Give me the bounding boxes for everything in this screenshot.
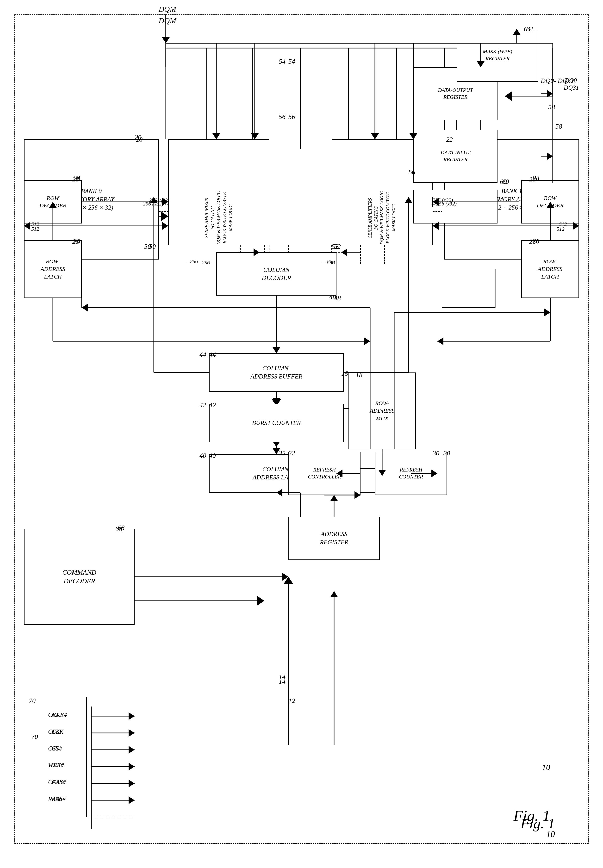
ref-26-left-label: 26 (73, 238, 80, 245)
mask-wpb-reg-block: MASK (WPB) REGISTER (457, 29, 538, 82)
dqm-label: DQM (159, 5, 176, 14)
mask-wpb-reg-label: MASK (WPB) REGISTER (483, 48, 512, 62)
ref-56a: 56 (288, 113, 295, 120)
dqm-top-label: DQM (159, 16, 176, 25)
row-addr-latch-left-block: ROW- ADDRESS LATCH (24, 240, 82, 298)
ref-52-label: 52 (334, 243, 341, 250)
row-addr-latch-right-label: ROW- ADDRESS LATCH (538, 258, 563, 280)
refresh-counter-block: REFRESH COUNTER (375, 452, 447, 495)
row-decoder-right-label: ROW DECODER (537, 195, 564, 209)
dim-256x32-ann-left: 256 (x32) -- (143, 201, 168, 207)
rasb-signal-label: RAS# (52, 795, 66, 803)
command-decoder-label: COMMAND DECODER (62, 568, 96, 585)
ref-40-label: 40 (199, 452, 206, 459)
ref-54-label: 54 (279, 58, 286, 65)
ref-26-right-label: 26 (533, 238, 539, 245)
dim-256-ann-left: -- 256 -- (185, 258, 203, 264)
fig1-label: Fig. 1 (513, 807, 550, 825)
outer-ref-10: 10 (546, 829, 555, 839)
row-addr-mux-block: ROW- ADDRESS MUX (348, 372, 416, 449)
csb-signal-label: CS# (52, 745, 62, 752)
col-addr-buf-ref: 44 (209, 351, 216, 358)
ref-42-label: 42 (199, 401, 206, 409)
ref-56b-right: 56 (408, 168, 415, 176)
casb-signal-label: CAS# (52, 778, 66, 786)
ref-44-label: 44 (199, 351, 206, 358)
ref-18-label: 18 (341, 369, 348, 377)
sense-amp1-label: SENSE AMPLIFIERS I/O GATING DQM & WPB MA… (367, 140, 397, 245)
ref-48-label: 48 (334, 294, 341, 302)
page: DQM BANK 0 MEMORY ARRAY (512 × 256 × 32)… (0, 0, 603, 868)
ref-58: 58 (548, 103, 555, 111)
clk-signal-label: CLK (52, 728, 63, 735)
row-addr-mux-ref: 18 (356, 371, 362, 379)
addr-register-label: ADDRESS REGISTER (320, 530, 348, 547)
refresh-ctrl-ref: 32 (288, 449, 295, 457)
ref-70: 70 (29, 697, 36, 704)
data-input-reg-top-label: DATA-INPUT REGISTER (441, 149, 470, 163)
row-decoder-left-block: ROW DECODER (24, 180, 82, 224)
refresh-ctrl-label: REFRESH CONTROLLER (308, 466, 341, 480)
ref-20-label: 20 (136, 136, 142, 144)
col-addr-buf-block: COLUMN- ADDRESS BUFFER (209, 353, 344, 392)
ref-28-left-label: 28 (73, 174, 80, 182)
row-decoder-right-block: ROW DECODER (521, 180, 579, 224)
ref-22-label: 22 (446, 136, 453, 144)
ref-28-right-label: 28 (533, 174, 539, 182)
dim-256x32-ann-right: -- 256 (x32) (431, 201, 457, 207)
sense-amp0-block: SENSE AMPLIFIERS I/O GATING DQM & WPB MA… (168, 139, 269, 245)
burst-counter-ref: 42 (209, 401, 216, 409)
ref-54: 54 (288, 58, 295, 65)
ref-50-label: 50 (144, 243, 151, 250)
row-addr-latch-right-block: ROW- ADDRESS LATCH (521, 240, 579, 298)
ref-56-label: 56 (279, 113, 286, 120)
row-addr-mux-label: ROW- ADDRESS MUX (370, 400, 394, 422)
burst-counter-block: BURST COUNTER (209, 404, 344, 442)
burst-counter-label: BURST COUNTER (252, 419, 301, 427)
refresh-counter-label: REFRESH COUNTER (399, 466, 423, 480)
refresh-ctrl-block: REFRESH CONTROLLER (288, 452, 360, 495)
dim-512-ann-right: 512 (559, 221, 567, 227)
dq-right-label: DQ0-DQ31 (564, 77, 579, 91)
dim-512-ann-left: 512 (31, 221, 39, 227)
data-input-reg-top-block: DATA-INPUT REGISTER (413, 130, 498, 183)
col-decoder-label: COLUMN DECODER (262, 266, 291, 282)
ref-64-label: 64 (526, 25, 533, 33)
sense-amp0-label: SENSE AMPLIFIERS I/O GATING DQM & WPB MA… (204, 140, 233, 245)
web-signal-label: WE# (52, 762, 64, 769)
ref-60-label: 60 (502, 178, 509, 185)
ref-12: 12 (288, 697, 295, 704)
addr-input-ref: 14 (279, 673, 286, 681)
col-addr-buf-label: COLUMN- ADDRESS BUFFER (250, 364, 302, 381)
dim-256-left: 256 (202, 259, 210, 266)
ckeb-signal-label: CKE# (52, 711, 67, 718)
row-decoder-left-label: ROW DECODER (39, 195, 66, 209)
ref-30-label: 30 (444, 449, 450, 457)
addr-register-block: ADDRESS REGISTER (288, 517, 380, 560)
ref-32-label: 32 (279, 449, 286, 457)
dim-256-ann-right: -- 256 -- (322, 258, 340, 264)
data-output-reg-label: DATA-OUTPUT REGISTER (438, 87, 473, 100)
ref-68-label: 68 (118, 524, 125, 531)
refresh-counter-ref: 30 (433, 449, 439, 457)
command-decoder-block: COMMAND DECODER (24, 529, 135, 625)
input-signals-ref-70: 70 (31, 733, 38, 741)
ref-10: 10 (542, 763, 550, 772)
row-addr-latch-left-label: ROW- ADDRESS LATCH (41, 258, 65, 280)
col-addr-latch-ref: 40 (209, 452, 216, 459)
ref-58-label: 58 (555, 122, 562, 130)
col-decoder-block: COLUMN DECODER (216, 252, 337, 296)
